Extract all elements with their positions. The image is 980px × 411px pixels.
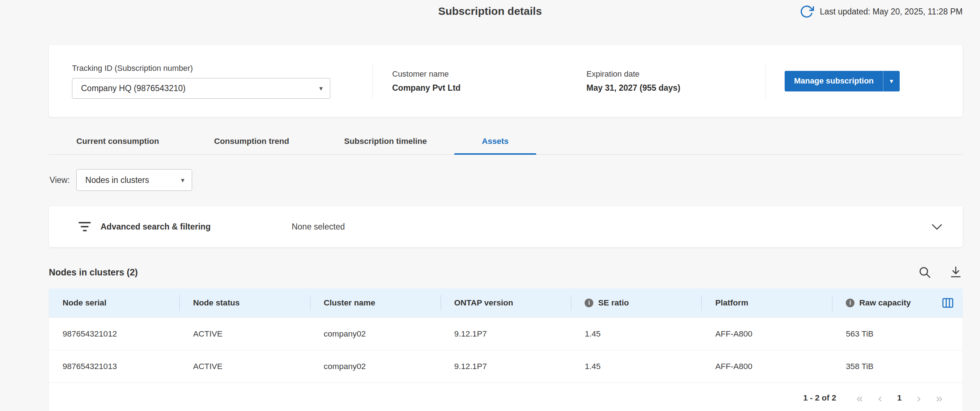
customer-name-label: Customer name — [392, 70, 586, 79]
column-header-node-status: Node status — [180, 289, 310, 317]
manage-subscription-caret[interactable]: ▾ — [883, 71, 900, 92]
pagination-first-icon[interactable]: « — [857, 392, 863, 404]
advanced-search-status: None selected — [291, 222, 345, 232]
tab-consumption-trend[interactable]: Consumption trend — [187, 132, 317, 155]
cell-node-status: ACTIVE — [180, 329, 310, 339]
pagination-current-page[interactable]: 1 — [897, 393, 902, 403]
nodes-table: Node serial Node status Cluster name ONT… — [49, 289, 963, 411]
customer-name-block: Customer name Company Pvt Ltd — [392, 70, 586, 93]
manage-subscription-button[interactable]: Manage subscription ▾ — [785, 71, 900, 92]
cell-node-status: ACTIVE — [180, 362, 310, 371]
cell-se-ratio: 1.45 — [571, 329, 702, 339]
tab-assets[interactable]: Assets — [454, 132, 536, 155]
caret-down-icon: ▾ — [319, 85, 323, 92]
tab-bar: Current consumption Consumption trend Su… — [49, 132, 963, 155]
column-label: Node status — [193, 298, 240, 308]
refresh-icon[interactable] — [799, 4, 814, 19]
cell-cluster-name: company02 — [310, 362, 441, 371]
caret-down-icon: ▾ — [181, 177, 185, 184]
column-header-node-serial: Node serial — [49, 289, 180, 317]
expiration-date-label: Expiration date — [586, 70, 765, 79]
column-label: Raw capacity — [859, 298, 911, 308]
table-row: 987654321012 ACTIVE company02 9.12.1P7 1… — [49, 317, 963, 350]
cell-se-ratio: 1.45 — [571, 362, 702, 371]
cell-ontap-version: 9.12.1P7 — [441, 362, 571, 371]
search-icon[interactable] — [918, 265, 932, 279]
column-header-ontap-version: ONTAP version — [441, 289, 571, 317]
column-label: Platform — [715, 298, 748, 308]
page-header: Subscription details Last updated: May 2… — [0, 0, 980, 23]
info-icon[interactable]: i — [585, 298, 593, 307]
tab-subscription-timeline[interactable]: Subscription timeline — [317, 132, 454, 155]
pagination-last-icon[interactable]: » — [936, 392, 942, 404]
vertical-divider — [372, 63, 372, 98]
advanced-search-title: Advanced search & filtering — [100, 222, 210, 232]
column-label: ONTAP version — [454, 298, 513, 308]
column-label: SE ratio — [598, 298, 629, 308]
last-updated-group: Last updated: May 20, 2025, 11:28 PM — [799, 4, 963, 19]
cell-raw-capacity: 358 TiB — [832, 362, 963, 371]
customer-name-value: Company Pvt Ltd — [392, 83, 586, 93]
column-header-raw-capacity: i Raw capacity — [832, 289, 963, 317]
manage-subscription-label: Manage subscription — [785, 76, 883, 86]
pagination-bar: 1 - 2 of 2 « ‹ 1 › » — [49, 382, 963, 411]
cell-platform: AFF-A800 — [702, 329, 832, 339]
caret-down-icon: ▾ — [890, 78, 893, 84]
pagination-next-icon[interactable]: › — [917, 392, 921, 404]
vertical-divider — [765, 63, 766, 98]
column-header-se-ratio: i SE ratio — [571, 289, 702, 317]
info-icon[interactable]: i — [846, 298, 854, 307]
download-icon[interactable] — [949, 265, 963, 279]
column-settings-icon[interactable] — [941, 296, 955, 310]
subscription-summary-card: Tracking ID (Subscription number) Compan… — [49, 45, 963, 117]
column-header-cluster-name: Cluster name — [310, 289, 441, 317]
view-label: View: — [49, 175, 70, 185]
table-actions — [918, 265, 963, 279]
table-header-row: Node serial Node status Cluster name ONT… — [49, 289, 963, 317]
chevron-down-icon[interactable] — [929, 219, 945, 234]
cell-node-serial: 987654321013 — [49, 362, 180, 371]
pagination-prev-icon[interactable]: ‹ — [878, 392, 882, 404]
view-select-value: Nodes in clusters — [85, 175, 149, 185]
tracking-id-label: Tracking ID (Subscription number) — [72, 63, 372, 73]
cell-cluster-name: company02 — [310, 329, 441, 339]
cell-node-serial: 987654321012 — [49, 329, 180, 339]
pagination-range: 1 - 2 of 2 — [803, 393, 836, 403]
table-row: 987654321013 ACTIVE company02 9.12.1P7 1… — [49, 350, 963, 382]
page-title: Subscription details — [438, 5, 542, 17]
cell-platform: AFF-A800 — [702, 362, 832, 371]
tracking-id-value: Company HQ (9876543210) — [81, 84, 186, 93]
view-selector-row: View: Nodes in clusters ▾ — [49, 169, 963, 191]
cell-raw-capacity: 563 TiB — [832, 329, 963, 339]
filter-icon — [78, 222, 91, 231]
last-updated-text: Last updated: May 20, 2025, 11:28 PM — [820, 7, 963, 17]
view-select[interactable]: Nodes in clusters ▾ — [76, 169, 192, 191]
tracking-id-block: Tracking ID (Subscription number) Compan… — [72, 63, 372, 99]
column-header-platform: Platform — [702, 289, 832, 317]
expiration-date-value: May 31, 2027 (955 days) — [586, 83, 765, 93]
expiration-date-block: Expiration date May 31, 2027 (955 days) — [586, 70, 765, 93]
column-label: Node serial — [63, 298, 107, 308]
tracking-id-select[interactable]: Company HQ (9876543210) ▾ — [72, 78, 330, 99]
cell-ontap-version: 9.12.1P7 — [441, 329, 571, 339]
advanced-search-panel[interactable]: Advanced search & filtering None selecte… — [49, 206, 963, 247]
tab-current-consumption[interactable]: Current consumption — [49, 132, 187, 155]
table-heading-row: Nodes in clusters (2) — [49, 265, 963, 279]
column-label: Cluster name — [324, 298, 375, 308]
table-title: Nodes in clusters (2) — [49, 267, 918, 278]
